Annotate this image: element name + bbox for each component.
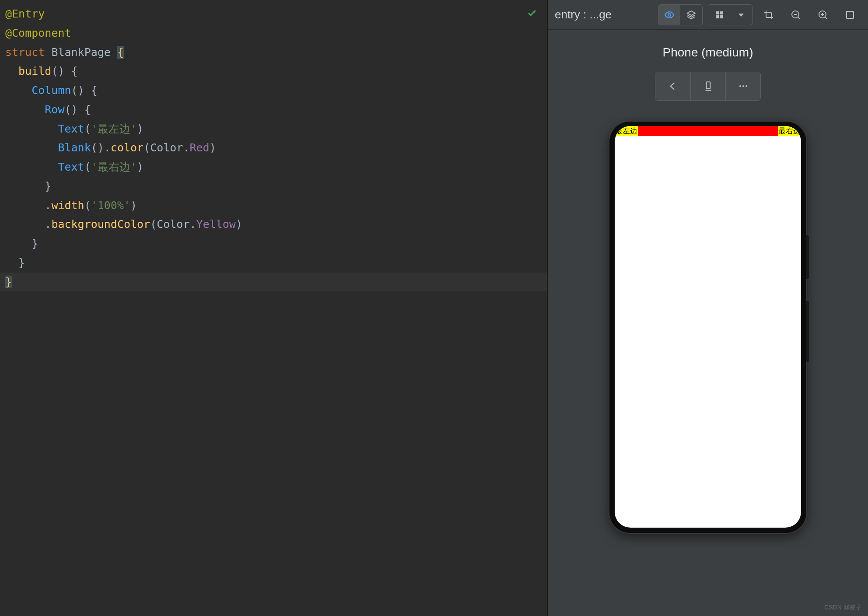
string-left: '最左边' — [91, 122, 137, 135]
phone-side-button-1 — [806, 235, 809, 279]
preview-panel: entry : ...ge — [548, 0, 868, 616]
layers-button[interactable] — [680, 5, 702, 25]
annotation-component: @Component — [5, 27, 71, 39]
status-check-icon — [527, 8, 537, 21]
brace-close-column: } — [32, 237, 38, 250]
svg-point-16 — [739, 85, 741, 87]
preview-header: entry : ...ge — [548, 0, 868, 30]
svg-rect-2 — [716, 11, 719, 14]
preview-body: Phone (medium) 最左边 最右边 — [548, 30, 868, 616]
keyword-struct: struct — [5, 46, 45, 59]
enum-red: Red — [190, 141, 210, 154]
app-row: 最左边 最右边 — [615, 126, 801, 136]
device-label: Phone (medium) — [663, 46, 753, 60]
phone-side-button-2 — [806, 301, 809, 362]
fullscreen-button[interactable] — [839, 5, 861, 25]
method-backgroundcolor: backgroundColor — [51, 218, 150, 231]
rotate-button[interactable] — [690, 72, 725, 100]
component-blank: Blank — [58, 141, 91, 154]
svg-point-17 — [742, 85, 744, 87]
brace-open-struct: { — [117, 46, 124, 59]
enum-yellow: Yellow — [196, 218, 236, 231]
svg-rect-3 — [720, 11, 723, 14]
svg-rect-4 — [716, 15, 719, 18]
svg-line-8 — [798, 17, 800, 18]
view-mode-group — [658, 4, 703, 25]
back-button[interactable] — [655, 72, 690, 100]
component-row: Row — [45, 103, 64, 116]
method-width: width — [51, 199, 84, 212]
svg-marker-1 — [687, 11, 695, 15]
more-button[interactable] — [725, 72, 760, 100]
method-build: build — [18, 65, 51, 77]
svg-rect-14 — [847, 11, 854, 18]
device-controls — [655, 72, 761, 101]
struct-name: BlankPage — [51, 46, 110, 59]
component-text-1: Text — [58, 122, 84, 135]
method-color: color — [111, 141, 144, 154]
phone-screen[interactable]: 最左边 最右边 — [615, 126, 801, 528]
grid-button[interactable] — [708, 5, 730, 25]
brace-close-row: } — [45, 180, 51, 192]
svg-rect-5 — [720, 15, 723, 18]
component-text-2: Text — [58, 161, 84, 173]
grid-dropdown-group — [708, 4, 752, 25]
svg-point-18 — [745, 85, 747, 87]
zoom-out-button[interactable] — [785, 5, 807, 25]
component-column: Column — [32, 84, 71, 97]
string-width: '100%' — [91, 199, 130, 212]
preview-title: entry : ...ge — [555, 8, 653, 21]
brace-close-struct: } — [5, 276, 12, 288]
code-area[interactable]: @Entry @Component struct BlankPage { bui… — [0, 0, 547, 296]
annotation-entry: @Entry — [5, 7, 45, 20]
brace-close-build: } — [18, 256, 25, 269]
phone-preview: 最左边 最右边 — [609, 122, 806, 533]
svg-rect-15 — [706, 82, 710, 88]
svg-point-0 — [668, 14, 671, 16]
app-blank-red — [638, 126, 778, 136]
zoom-in-button[interactable] — [812, 5, 834, 25]
svg-marker-6 — [738, 14, 744, 17]
svg-line-11 — [825, 17, 827, 18]
string-right: '最右边' — [91, 161, 137, 173]
crop-button[interactable] — [758, 5, 780, 25]
dropdown-button[interactable] — [730, 5, 752, 25]
code-editor-panel[interactable]: @Entry @Component struct BlankPage { bui… — [0, 0, 547, 616]
eye-view-button[interactable] — [658, 5, 680, 25]
watermark: CSDN @郑子 — [824, 604, 862, 612]
type-color-1: Color — [150, 141, 183, 154]
type-color-2: Color — [157, 218, 189, 231]
